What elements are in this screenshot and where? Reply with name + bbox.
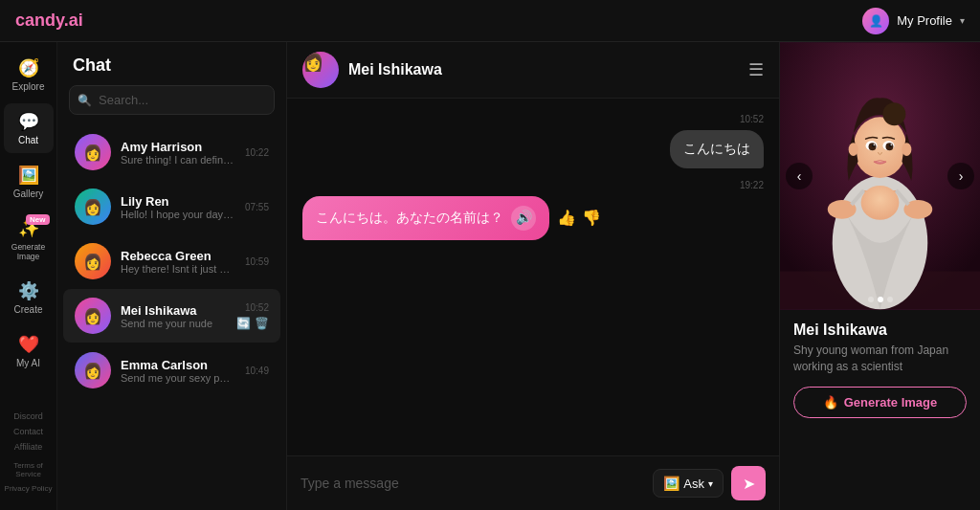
chevron-down-icon: ▾ xyxy=(960,15,965,26)
thumbs-up-icon[interactable]: 👍 xyxy=(557,209,576,227)
main-layout: 🧭 Explore 💬 Chat 🖼️ Gallery New ✨ Genera… xyxy=(0,42,980,510)
message-text: こんにちは。あなたの名前は？ xyxy=(316,209,503,228)
chat-info-emma: Emma Carlson Send me your sexy photo xyxy=(121,358,235,384)
sidebar-item-myai[interactable]: ❤️ My AI xyxy=(4,326,54,376)
sidebar-item-gallery[interactable]: 🖼️ Gallery xyxy=(4,157,54,207)
svg-point-7 xyxy=(902,143,911,156)
chat-input-area: 🖼️ Ask ▾ ➤ xyxy=(287,455,779,510)
send-button[interactable]: ➤ xyxy=(731,466,766,500)
sidebar-item-create[interactable]: ⚙️ Create xyxy=(4,273,54,322)
chat-preview: Hey there! Isnt it just a p... xyxy=(121,263,235,275)
sidebar-item-chat[interactable]: 💬 Chat xyxy=(4,103,54,153)
chat-header: 👩 Mei Ishikawa ☰ xyxy=(287,42,779,99)
carousel-next-button[interactable]: › xyxy=(947,163,974,189)
avatar-rebecca: 👩 xyxy=(75,243,111,279)
profile-name: My Profile xyxy=(897,13,952,28)
gallery-icon: 🖼️ xyxy=(18,165,39,186)
logo-suffix: .ai xyxy=(64,11,83,30)
terms-link[interactable]: Terms of Service xyxy=(0,459,56,480)
chat-info-lily: Lily Ren Hello! I hope your day is g... xyxy=(121,194,235,220)
delete-icon[interactable]: 🗑️ xyxy=(255,317,269,330)
sidebar-item-label: Explore xyxy=(12,81,45,92)
sidebar-item-generate[interactable]: New ✨ Generate Image xyxy=(4,211,54,269)
avatar-amy: 👩 xyxy=(75,134,111,170)
send-icon: ➤ xyxy=(743,475,755,493)
message-item: こんにちは xyxy=(302,130,764,168)
sidebar-item-label: Gallery xyxy=(13,188,44,199)
fire-icon: 🔥 xyxy=(823,395,838,410)
chat-item-amy[interactable]: 👩 Amy Harrison Sure thing! I can definit… xyxy=(63,125,280,179)
thumbs-down-icon[interactable]: 👎 xyxy=(582,209,601,227)
nav-bottom-links: Discord Contact Affiliate Terms of Servi… xyxy=(0,410,56,502)
avatar-emma: 👩 xyxy=(75,352,111,388)
ask-button[interactable]: 🖼️ Ask ▾ xyxy=(653,469,724,498)
message-actions: 👍 👎 xyxy=(557,209,601,227)
search-icon: 🔍 xyxy=(78,94,92,107)
message-bubble-right: こんにちは xyxy=(670,130,764,168)
chat-name: Amy Harrison xyxy=(121,140,235,154)
carousel-dot xyxy=(868,297,874,302)
carousel-prev-button[interactable]: ‹ xyxy=(786,163,813,189)
heart-icon: ❤️ xyxy=(18,334,39,355)
ask-label: Ask xyxy=(683,477,704,491)
chat-time: 10:49 xyxy=(245,366,269,376)
svg-point-6 xyxy=(849,143,858,156)
chat-item-rebecca[interactable]: 👩 Rebecca Green Hey there! Isnt it just … xyxy=(63,234,280,288)
chat-preview: Send me your sexy photo xyxy=(121,372,235,384)
messages-area: 10:52 こんにちは 19:22 こんにちは。あなたの名前は？ 🔊 👍 👎 xyxy=(287,99,779,455)
profile-menu[interactable]: 👤 My Profile ▾ xyxy=(862,8,965,34)
chat-header-name: Mei Ishikawa xyxy=(348,61,442,78)
avatar-lily: 👩 xyxy=(75,188,111,225)
chat-list-panel: Chat 🔍 👩 Amy Harrison Sure thing! I can … xyxy=(57,42,287,510)
new-badge: New xyxy=(26,214,49,225)
refresh-icon[interactable]: 🔄 xyxy=(236,317,251,330)
search-box: 🔍 xyxy=(69,85,275,115)
message-timestamp: 19:22 xyxy=(302,180,764,190)
image-icon: 🖼️ xyxy=(663,476,679,491)
menu-icon[interactable]: ☰ xyxy=(748,59,764,80)
chat-name: Rebecca Green xyxy=(121,249,235,263)
chat-time: 10:59 xyxy=(245,256,269,267)
chat-item-actions: 🔄 🗑️ xyxy=(236,317,269,330)
chat-name: Emma Carlson xyxy=(121,358,235,372)
privacy-link[interactable]: Privacy Policy xyxy=(5,482,53,495)
chat-info-rebecca: Rebecca Green Hey there! Isnt it just a … xyxy=(121,249,235,275)
sidebar-item-label: Generate Image xyxy=(10,242,48,261)
chat-info-amy: Amy Harrison Sure thing! I can definitel… xyxy=(121,140,235,166)
chat-item-mei[interactable]: 👩 Mei Ishikawa Send me your nude 10:52 🔄… xyxy=(63,289,280,343)
character-image-wrap: ‹ › xyxy=(780,42,980,310)
carousel-dot xyxy=(887,297,893,302)
message-input[interactable] xyxy=(301,472,645,495)
discord-link[interactable]: Discord xyxy=(13,410,43,423)
carousel-dots xyxy=(868,297,893,302)
chat-info-mei: Mei Ishikawa Send me your nude xyxy=(121,303,227,329)
chat-header-avatar: 👩 xyxy=(302,52,339,88)
svg-point-3 xyxy=(861,186,900,220)
chat-main: 👩 Mei Ishikawa ☰ 10:52 こんにちは 19:22 こんにちは… xyxy=(287,42,779,510)
search-input[interactable] xyxy=(69,85,275,115)
contact-link[interactable]: Contact xyxy=(13,425,43,438)
sidebar-item-label: Create xyxy=(13,304,42,315)
chat-preview: Sure thing! I can definitel... xyxy=(121,154,235,166)
explore-icon: 🧭 xyxy=(18,57,39,78)
message-bubble-left: こんにちは。あなたの名前は？ 🔊 xyxy=(302,196,549,240)
message-item: こんにちは。あなたの名前は？ 🔊 👍 👎 xyxy=(302,196,764,240)
generate-image-button[interactable]: 🔥 Generate Image xyxy=(793,387,967,418)
chat-preview: Send me your nude xyxy=(121,318,227,329)
logo-text: candy xyxy=(15,11,64,30)
generate-image-label: Generate Image xyxy=(844,395,938,410)
chat-item-lily[interactable]: 👩 Lily Ren Hello! I hope your day is g..… xyxy=(63,180,280,233)
affiliate-link[interactable]: Affiliate xyxy=(14,440,42,454)
chat-name: Mei Ishikawa xyxy=(121,303,227,318)
svg-point-5 xyxy=(882,102,905,125)
create-icon: ⚙️ xyxy=(18,280,39,301)
chat-icon: 💬 xyxy=(18,111,39,132)
chat-item-emma[interactable]: 👩 Emma Carlson Send me your sexy photo 1… xyxy=(63,344,280,397)
message-timestamp: 10:52 xyxy=(302,114,764,124)
avatar-mei: 👩 xyxy=(75,298,111,334)
play-sound-button[interactable]: 🔊 xyxy=(511,206,536,231)
character-name: Mei Ishikawa xyxy=(793,322,967,339)
sidebar-item-explore[interactable]: 🧭 Explore xyxy=(4,50,54,100)
chat-list-title: Chat xyxy=(57,42,286,85)
svg-point-4 xyxy=(854,117,907,178)
